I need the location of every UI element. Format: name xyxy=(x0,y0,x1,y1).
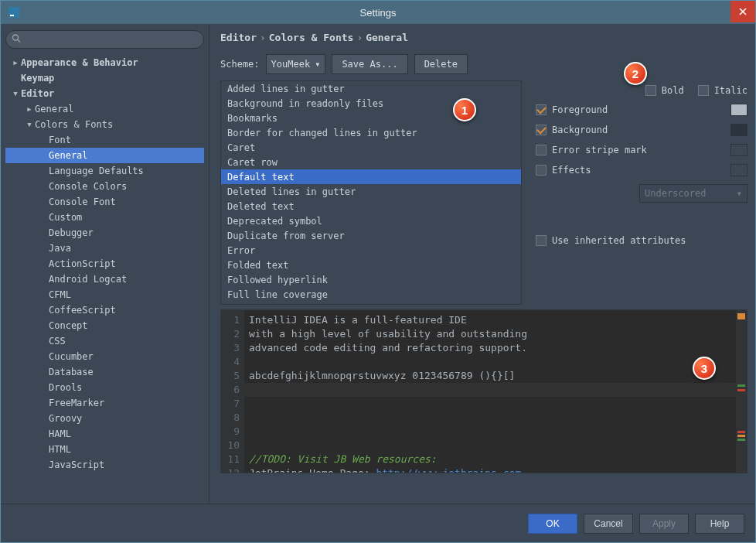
main-panel: Editor›Colors & Fonts›General Scheme: Yo… xyxy=(209,24,755,504)
tree-item[interactable]: Keymap xyxy=(5,70,204,86)
save-as-button[interactable]: Save As... xyxy=(332,54,407,74)
stripe-marker[interactable] xyxy=(737,431,745,433)
hyperlink[interactable]: http://www.jetbrains.com xyxy=(376,467,521,473)
background-checkbox[interactable]: Background xyxy=(536,125,608,135)
attributes-panel: 2 Bold Italic Foreground Background E xyxy=(536,80,747,305)
tree-item-label: Console Colors xyxy=(49,181,204,192)
tree-item[interactable]: Font xyxy=(5,132,204,148)
effects-checkbox[interactable]: Effects xyxy=(536,165,591,176)
tree-item[interactable]: Custom xyxy=(5,210,204,225)
stripe-marker[interactable] xyxy=(737,439,745,441)
effects-type-select[interactable]: Underscored▾ xyxy=(639,184,747,203)
code-line xyxy=(249,355,736,369)
tree-item-label: HAML xyxy=(49,429,204,439)
stripe-marker[interactable] xyxy=(737,435,745,437)
delete-button[interactable]: Delete xyxy=(414,54,468,74)
list-item[interactable]: Added lines in gutter xyxy=(221,81,521,96)
stripe-marker[interactable] xyxy=(737,389,745,391)
bold-checkbox[interactable]: Bold xyxy=(645,85,684,96)
list-item[interactable]: Default text xyxy=(221,169,521,184)
tree-item[interactable]: Java xyxy=(5,241,204,256)
stripe-marker[interactable] xyxy=(737,313,745,319)
tree-item-label: Appearance & Behavior xyxy=(21,57,204,68)
list-item[interactable]: Bookmarks xyxy=(221,111,521,125)
tree-item[interactable]: CSS xyxy=(5,333,204,349)
tree-item[interactable]: Language Defaults xyxy=(5,163,204,179)
tree-item[interactable]: Console Colors xyxy=(5,179,204,194)
tree-item-label: ActionScript xyxy=(49,258,204,269)
tree-item[interactable]: Database xyxy=(5,364,204,380)
stripe-marker[interactable] xyxy=(737,384,745,387)
tree-item[interactable]: Groovy xyxy=(5,411,204,426)
settings-tree[interactable]: ▶Appearance & BehaviorKeymap▼Editor▶Gene… xyxy=(5,55,204,499)
error-stripe-checkbox[interactable]: Error stripe mark xyxy=(536,145,647,155)
list-item[interactable]: Followed hyperlink xyxy=(221,272,521,287)
background-swatch[interactable] xyxy=(730,124,747,136)
tree-item-label: Editor xyxy=(21,88,204,99)
foreground-checkbox[interactable]: Foreground xyxy=(536,104,608,115)
list-item[interactable]: Deprecated symbol xyxy=(221,213,521,228)
tree-item[interactable]: HAML xyxy=(5,426,204,442)
effects-swatch[interactable] xyxy=(730,164,747,176)
list-item[interactable]: Full line coverage xyxy=(221,287,521,302)
tree-item[interactable]: Drools xyxy=(5,380,204,395)
foreground-swatch[interactable] xyxy=(730,104,747,116)
list-item[interactable]: Error xyxy=(221,243,521,258)
tree-item[interactable]: ▶General xyxy=(5,101,204,117)
cancel-button[interactable]: Cancel xyxy=(584,514,633,534)
list-item[interactable]: Border for changed lines in gutter xyxy=(221,125,521,140)
list-item[interactable]: Folded text xyxy=(221,258,521,272)
code-line xyxy=(249,439,736,452)
preview-editor[interactable]: 123456789101112 IntelliJ IDEA is a full-… xyxy=(220,309,747,473)
tree-item-label: JavaScript xyxy=(49,459,204,470)
scheme-select[interactable]: YouMeek ▾ xyxy=(266,54,326,74)
tree-item[interactable]: ▼Colors & Fonts xyxy=(5,117,204,132)
tree-item[interactable]: ▼Editor xyxy=(5,86,204,101)
tree-item[interactable]: JavaScript xyxy=(5,457,204,473)
tree-item[interactable]: ▶Appearance & Behavior xyxy=(5,55,204,70)
tree-item[interactable]: Android Logcat xyxy=(5,272,204,287)
tree-item[interactable]: HTML xyxy=(5,442,204,457)
tree-item-label: HTML xyxy=(49,444,204,455)
tree-item[interactable]: General xyxy=(5,148,204,163)
svg-point-2 xyxy=(13,35,19,40)
window-title: Settings xyxy=(360,7,397,19)
tree-item-label: Drools xyxy=(49,382,204,393)
tree-item-label: General xyxy=(35,104,204,114)
search-input[interactable] xyxy=(5,30,204,49)
tree-item-label: Custom xyxy=(49,212,204,223)
callout-2: 2 xyxy=(624,62,647,85)
code-line: IntelliJ IDEA is a full-featured IDE xyxy=(249,313,736,327)
ok-button[interactable]: OK xyxy=(528,514,577,534)
chevron-right-icon: ▶ xyxy=(24,105,35,113)
tree-item[interactable]: Debugger xyxy=(5,225,204,241)
tree-item[interactable]: CFML xyxy=(5,287,204,302)
tree-item-label: FreeMarker xyxy=(49,398,204,408)
list-item[interactable]: Duplicate from server xyxy=(221,228,521,243)
tree-item-label: CSS xyxy=(49,336,204,347)
italic-checkbox[interactable]: Italic xyxy=(698,85,747,96)
list-item[interactable]: Caret row xyxy=(221,155,521,169)
tree-item[interactable]: CoffeeScript xyxy=(5,302,204,318)
tree-item[interactable]: ActionScript xyxy=(5,256,204,272)
error-stripe[interactable] xyxy=(736,310,747,473)
inherited-checkbox[interactable]: Use inherited attributes xyxy=(536,235,747,246)
tree-item[interactable]: FreeMarker xyxy=(5,395,204,411)
tree-item-label: Android Logcat xyxy=(49,274,204,285)
error-stripe-swatch[interactable] xyxy=(730,144,747,156)
help-button[interactable]: Help xyxy=(695,514,744,534)
chevron-down-icon: ▼ xyxy=(24,121,35,128)
tree-item[interactable]: Cucumber xyxy=(5,349,204,364)
color-items-list[interactable]: 1 Added lines in gutterBackground in rea… xyxy=(220,80,522,305)
close-button[interactable] xyxy=(730,1,755,22)
apply-button[interactable]: Apply xyxy=(639,514,689,534)
tree-item[interactable]: Console Font xyxy=(5,194,204,210)
list-item[interactable]: Caret xyxy=(221,140,521,155)
svg-line-3 xyxy=(18,40,20,43)
callout-3: 3 xyxy=(693,357,716,380)
tree-item[interactable]: Concept xyxy=(5,318,204,333)
list-item[interactable]: Deleted lines in gutter xyxy=(221,184,521,199)
list-item[interactable]: Deleted text xyxy=(221,199,521,213)
chevron-down-icon: ▾ xyxy=(737,188,742,199)
chevron-down-icon: ▼ xyxy=(10,90,21,97)
